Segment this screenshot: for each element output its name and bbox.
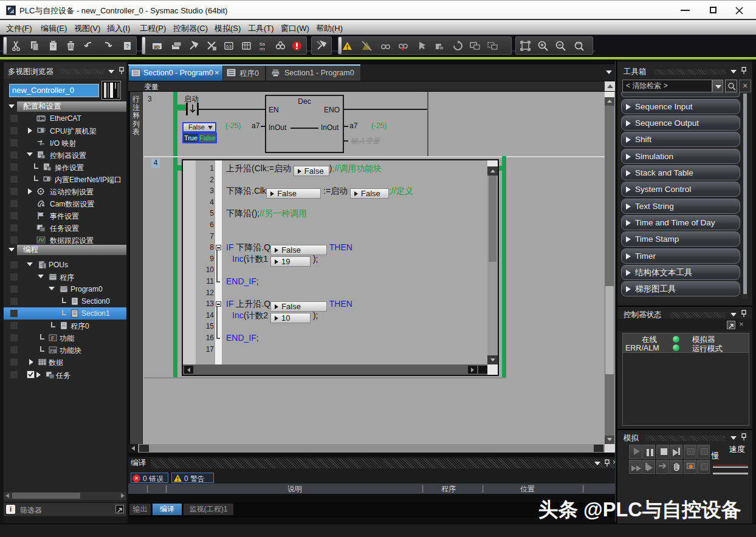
svg-text:FB: FB [50,348,57,354]
svg-text:63: 63 [226,44,232,49]
svg-text:?: ? [126,43,129,49]
svg-text:?: ? [52,44,55,49]
svg-text:nn: nn [259,46,265,52]
svg-text:F: F [51,335,55,341]
svg-text:3D: 3D [154,44,160,50]
svg-text:100: 100 [576,41,582,45]
